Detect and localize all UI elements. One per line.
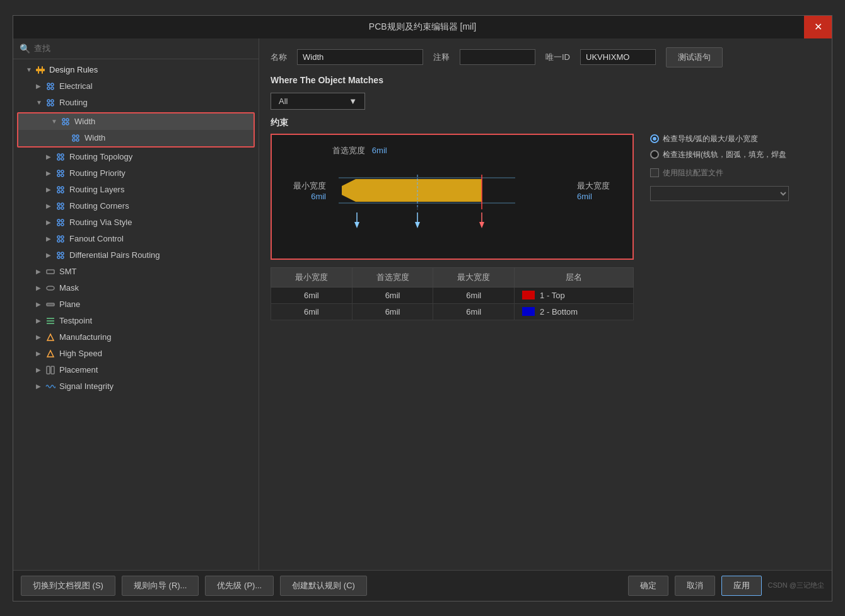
- table-header-layer: 层名: [515, 267, 634, 287]
- radio-row-2[interactable]: 检查连接铜(线轨，圆弧，填充，焊盘: [650, 149, 820, 160]
- tree-item-smt[interactable]: ▶ SMT: [13, 264, 259, 280]
- tree-item-routing-via-style[interactable]: ▶ Routing Via Style: [13, 214, 259, 231]
- test-button[interactable]: 测试语句: [666, 47, 723, 67]
- uid-input[interactable]: [580, 49, 656, 65]
- checkbox-row[interactable]: 使用阻抗配置文件: [650, 168, 820, 178]
- svg-marker-58: [342, 179, 356, 202]
- radio-row-1[interactable]: 检查导线/弧的最大/最小宽度: [650, 134, 820, 144]
- tree-item-width-child[interactable]: Width: [18, 130, 254, 146]
- differential-pairs-icon: [55, 250, 66, 261]
- apply-button[interactable]: 应用: [721, 576, 762, 596]
- tree-label-electrical: Electrical: [59, 81, 93, 91]
- cell-max: 6mil: [433, 287, 515, 303]
- tree-arrow-manufacturing: ▶: [36, 334, 45, 340]
- tree-item-width-parent[interactable]: ▼ Width: [18, 113, 254, 130]
- tree-label-signal-integrity: Signal Integrity: [59, 381, 114, 391]
- tree-item-plane[interactable]: ▶ Plane: [13, 296, 259, 313]
- rule-wizard-button[interactable]: 规则向导 (R)...: [122, 576, 199, 596]
- create-default-button[interactable]: 创建默认规则 (C): [280, 576, 367, 596]
- comment-label: 注释: [433, 52, 450, 63]
- options-panel: 检查导线/弧的最大/最小宽度 检查连接铜(线轨，圆弧，填充，焊盘 使用阻抗配置文…: [644, 134, 820, 320]
- vis-track-row: 最小宽度 6mil: [282, 165, 622, 235]
- tree-arrow-routing-priority: ▶: [46, 170, 55, 177]
- layer-table: 最小宽度 首选宽度 最大宽度 层名 6mil 6mil 6mil: [271, 267, 634, 320]
- search-input[interactable]: [34, 44, 252, 53]
- tree-item-high-speed[interactable]: ▶ High Speed: [13, 346, 259, 362]
- tree-area: ▼ Design Rules ▶ Electrical ▼: [13, 59, 259, 570]
- svg-rect-55: [51, 366, 54, 374]
- tree-item-routing-priority[interactable]: ▶ Routing Priority: [13, 165, 259, 182]
- svg-point-38: [61, 223, 64, 226]
- tree-item-placement[interactable]: ▶ Placement: [13, 362, 259, 378]
- svg-point-40: [61, 236, 64, 238]
- tree-arrow-width-parent: ▼: [51, 118, 60, 125]
- vis-min-label-container: 最小宽度 6mil: [282, 180, 326, 201]
- vis-preferred-label: 首选宽度: [332, 146, 365, 155]
- impedance-dropdown[interactable]: [650, 186, 789, 201]
- close-button[interactable]: ✕: [804, 16, 832, 38]
- radio-2[interactable]: [650, 150, 659, 159]
- vis-max-label-container: 最大宽度 6mil: [577, 180, 610, 201]
- constraint-visual-box: 首选宽度 6mil 最小宽度 6mil: [271, 134, 634, 260]
- cell-max: 6mil: [433, 303, 515, 320]
- tree-label-placement: Placement: [59, 365, 98, 375]
- search-icon: 🔍: [20, 44, 30, 54]
- tree-arrow-routing-topology: ▶: [46, 153, 55, 160]
- tree-arrow-routing-corners: ▶: [46, 202, 55, 209]
- svg-point-45: [57, 256, 60, 259]
- tree-item-testpoint[interactable]: ▶ Testpoint: [13, 313, 259, 329]
- tree-item-fanout-control[interactable]: ▶ Fanout Control: [13, 231, 259, 247]
- svg-point-21: [57, 158, 60, 160]
- svg-point-24: [61, 170, 64, 173]
- tree-label-width-child: Width: [84, 133, 105, 142]
- tree-item-routing[interactable]: ▼ Routing: [13, 95, 259, 111]
- form-header-row: 名称 注释 唯一ID 测试语句: [271, 47, 820, 67]
- bottom-bar: 切换到文档视图 (S) 规则向导 (R)... 优先级 (P)... 创建默认规…: [13, 570, 832, 601]
- svg-point-42: [61, 240, 64, 242]
- comment-input[interactable]: [460, 49, 535, 65]
- tree-item-differential-pairs[interactable]: ▶ Differential Pairs Routing: [13, 247, 259, 264]
- radio-label-1: 检查导线/弧的最大/最小宽度: [663, 134, 758, 144]
- electrical-icon: [45, 81, 56, 92]
- layer-color-swatch: [522, 307, 535, 316]
- main-window: PCB规则及约束编辑器 [mil] ✕ 🔍 ▼ Design Rules: [13, 15, 832, 601]
- svg-point-14: [66, 122, 69, 125]
- impedance-checkbox[interactable]: [650, 168, 659, 177]
- tree-item-routing-topology[interactable]: ▶ Routing Topology: [13, 149, 259, 165]
- cell-pref: 6mil: [352, 287, 433, 303]
- tree-arrow-placement: ▶: [36, 366, 45, 373]
- svg-point-35: [57, 219, 60, 222]
- switch-view-button[interactable]: 切换到文档视图 (S): [21, 576, 115, 596]
- tree-label-testpoint: Testpoint: [59, 316, 92, 325]
- tree-item-routing-layers[interactable]: ▶ Routing Layers: [13, 182, 259, 198]
- constraint-title: 约束: [271, 117, 820, 129]
- plane-icon: [45, 299, 56, 310]
- tree-item-routing-corners[interactable]: ▶ Routing Corners: [13, 198, 259, 214]
- tree-item-mask[interactable]: ▶ Mask: [13, 280, 259, 296]
- svg-point-33: [57, 207, 60, 209]
- tree-item-electrical[interactable]: ▶ Electrical: [13, 78, 259, 95]
- svg-point-13: [62, 122, 65, 125]
- high-speed-icon: [45, 348, 56, 359]
- svg-point-15: [73, 135, 75, 137]
- tree-arrow-smt: ▶: [36, 268, 45, 275]
- priority-button[interactable]: 优先级 (P)...: [205, 576, 274, 596]
- constraint-section: 约束 首选宽度 6mil: [271, 117, 820, 320]
- tree-arrow-electrical: ▶: [36, 83, 45, 90]
- table-row: 6mil 6mil 6mil 2 - Bottom: [271, 303, 634, 320]
- cancel-button[interactable]: 取消: [675, 576, 715, 596]
- tree-arrow-routing-via-style: ▶: [46, 219, 55, 226]
- design-rules-icon: [35, 64, 46, 76]
- ok-button[interactable]: 确定: [628, 576, 668, 596]
- dropdown-arrow-icon: ▼: [349, 96, 357, 106]
- signal-integrity-icon: [45, 381, 56, 392]
- svg-point-23: [57, 170, 60, 173]
- name-input[interactable]: [297, 49, 423, 65]
- where-dropdown[interactable]: All ▼: [271, 93, 365, 110]
- window-title: PCB规则及约束编辑器 [mil]: [369, 21, 476, 33]
- tree-label-plane: Plane: [59, 299, 80, 309]
- tree-item-design-rules[interactable]: ▼ Design Rules: [13, 62, 259, 78]
- tree-item-signal-integrity[interactable]: ▶ Signal Integrity: [13, 378, 259, 395]
- tree-item-manufacturing[interactable]: ▶ Manufacturing: [13, 329, 259, 346]
- radio-1[interactable]: [650, 134, 659, 143]
